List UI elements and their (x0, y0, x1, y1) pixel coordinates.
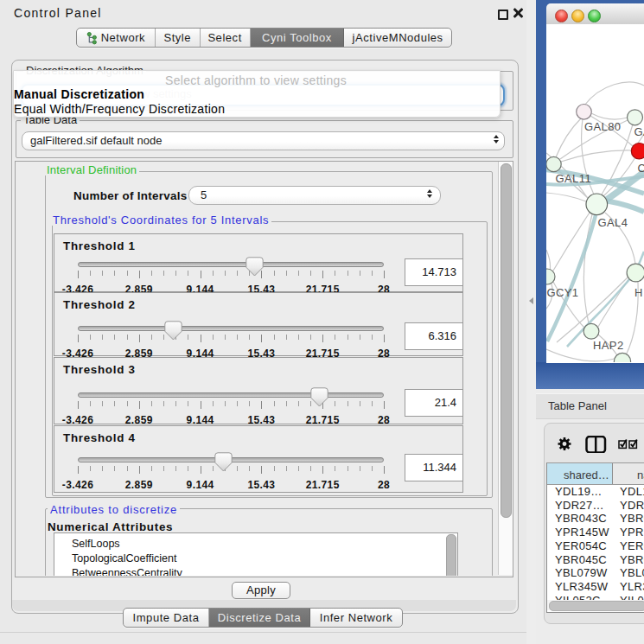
svg-text:GAL4: GAL4 (598, 216, 628, 229)
svg-text:GA: GA (634, 125, 644, 138)
svg-text:GCY1: GCY1 (547, 286, 579, 299)
svg-text:HAP2: HAP2 (593, 339, 624, 352)
svg-text:GAL11: GAL11 (556, 172, 592, 185)
svg-text:GAL80: GAL80 (584, 120, 621, 133)
svg-text:H: H (634, 286, 643, 299)
svg-text:C: C (638, 162, 644, 175)
